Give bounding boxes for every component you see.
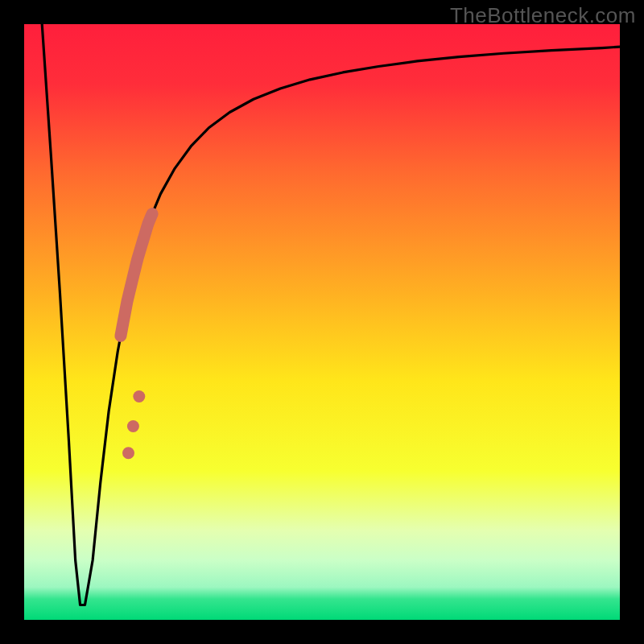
bottleneck-chart xyxy=(24,24,620,620)
highlight-point xyxy=(133,390,145,402)
watermark-text: TheBottleneck.com xyxy=(450,3,636,28)
highlight-point xyxy=(127,420,139,432)
highlight-point xyxy=(122,447,134,459)
chart-frame: TheBottleneck.com xyxy=(0,0,644,644)
plot-background xyxy=(24,24,620,620)
